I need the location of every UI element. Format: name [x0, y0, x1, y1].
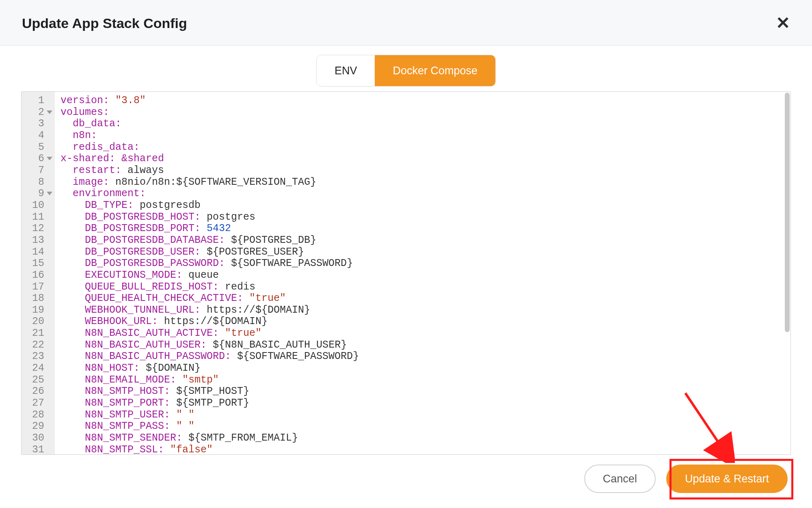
- update-restart-button[interactable]: Update & Restart: [666, 465, 788, 493]
- fold-marker-icon[interactable]: [47, 110, 52, 114]
- code-line[interactable]: N8N_SMTP_SSL: "false": [60, 444, 790, 454]
- gutter-line: 28: [22, 409, 50, 421]
- code-line[interactable]: N8N_BASIC_AUTH_ACTIVE: "true": [60, 328, 790, 339]
- code-line[interactable]: n8n:: [60, 130, 790, 142]
- code-line[interactable]: volumes:: [60, 107, 790, 119]
- code-line[interactable]: redis_data:: [60, 142, 790, 153]
- gutter-line: 12: [22, 223, 50, 235]
- code-line[interactable]: N8N_SMTP_SENDER: ${SMTP_FROM_EMAIL}: [60, 432, 790, 444]
- code-line[interactable]: x-shared: &shared: [60, 153, 790, 165]
- code-line[interactable]: WEBHOOK_URL: https://${DOMAIN}: [60, 316, 790, 328]
- code-line[interactable]: N8N_SMTP_PORT: ${SMTP_PORT}: [60, 398, 790, 409]
- gutter-line: 15: [22, 258, 50, 270]
- gutter-line: 4: [22, 130, 50, 142]
- code-line[interactable]: DB_POSTGRESDB_HOST: postgres: [60, 212, 790, 223]
- gutter-line: 21: [22, 328, 50, 339]
- code-line[interactable]: restart: always: [60, 165, 790, 177]
- tabs-container: ENV Docker Compose: [0, 46, 812, 91]
- code-line[interactable]: WEBHOOK_TUNNEL_URL: https://${DOMAIN}: [60, 305, 790, 316]
- code-line[interactable]: N8N_SMTP_HOST: ${SMTP_HOST}: [60, 386, 790, 398]
- modal-title: Update App Stack Config: [22, 15, 187, 31]
- gutter-line: 6: [22, 153, 50, 165]
- gutter-line: 23: [22, 351, 50, 363]
- gutter-line: 18: [22, 293, 50, 305]
- code-line[interactable]: DB_POSTGRESDB_PORT: 5432: [60, 223, 790, 235]
- code-line[interactable]: N8N_BASIC_AUTH_PASSWORD: ${SOFTWARE_PASS…: [60, 351, 790, 363]
- gutter-line: 24: [22, 363, 50, 374]
- code-line[interactable]: N8N_SMTP_PASS: " ": [60, 421, 790, 432]
- gutter-line: 10: [22, 200, 50, 212]
- code-line[interactable]: EXECUTIONS_MODE: queue: [60, 270, 790, 281]
- gutter-line: 27: [22, 398, 50, 409]
- code-line[interactable]: N8N_EMAIL_MODE: "smtp": [60, 374, 790, 386]
- gutter-line: 22: [22, 339, 50, 351]
- code-line[interactable]: DB_POSTGRESDB_DATABASE: ${POSTGRES_DB}: [60, 235, 790, 246]
- editor-gutter: 1234567891011121314151617181920212223242…: [22, 92, 55, 454]
- tabs: ENV Docker Compose: [316, 55, 496, 86]
- gutter-line: 29: [22, 421, 50, 432]
- fold-marker-icon[interactable]: [47, 157, 52, 160]
- code-line[interactable]: N8N_HOST: ${DOMAIN}: [60, 363, 790, 374]
- gutter-line: 7: [22, 165, 50, 177]
- code-line[interactable]: QUEUE_BULL_REDIS_HOST: redis: [60, 281, 790, 293]
- modal-header: Update App Stack Config ✕: [0, 0, 812, 46]
- gutter-line: 20: [22, 316, 50, 328]
- code-line[interactable]: N8N_SMTP_USER: " ": [60, 409, 790, 421]
- gutter-line: 8: [22, 177, 50, 188]
- gutter-line: 14: [22, 246, 50, 258]
- cancel-button[interactable]: Cancel: [584, 465, 656, 493]
- gutter-line: 2: [22, 107, 50, 119]
- fold-marker-icon[interactable]: [47, 192, 52, 195]
- gutter-line: 1: [22, 95, 50, 107]
- modal-footer: Cancel Update & Restart: [0, 455, 812, 493]
- tab-env[interactable]: ENV: [317, 55, 375, 86]
- gutter-line: 30: [22, 432, 50, 444]
- code-editor[interactable]: 1234567891011121314151617181920212223242…: [21, 91, 791, 455]
- code-line[interactable]: db_data:: [60, 118, 790, 130]
- code-line[interactable]: N8N_BASIC_AUTH_USER: ${N8N_BASIC_AUTH_US…: [60, 339, 790, 351]
- editor-scrollbar[interactable]: [785, 93, 790, 332]
- gutter-line: 17: [22, 281, 50, 293]
- code-line[interactable]: DB_TYPE: postgresdb: [60, 200, 790, 212]
- gutter-line: 16: [22, 270, 50, 281]
- code-line[interactable]: DB_POSTGRESDB_USER: ${POSTGRES_USER}: [60, 246, 790, 258]
- code-line[interactable]: DB_POSTGRESDB_PASSWORD: ${SOFTWARE_PASSW…: [60, 258, 790, 270]
- gutter-line: 3: [22, 118, 50, 130]
- editor-code[interactable]: version: "3.8"volumes: db_data: n8n: red…: [55, 92, 790, 454]
- code-line[interactable]: QUEUE_HEALTH_CHECK_ACTIVE: "true": [60, 293, 790, 305]
- code-line[interactable]: version: "3.8": [60, 95, 790, 107]
- gutter-line: 13: [22, 235, 50, 246]
- gutter-line: 26: [22, 386, 50, 398]
- tab-docker-compose[interactable]: Docker Compose: [375, 55, 495, 86]
- gutter-line: 31: [22, 444, 50, 454]
- code-line[interactable]: image: n8nio/n8n:${SOFTWARE_VERSION_TAG}: [60, 177, 790, 188]
- gutter-line: 19: [22, 305, 50, 316]
- gutter-line: 25: [22, 374, 50, 386]
- gutter-line: 11: [22, 212, 50, 223]
- gutter-line: 9: [22, 188, 50, 200]
- close-icon[interactable]: ✕: [776, 15, 790, 32]
- gutter-line: 5: [22, 142, 50, 153]
- code-line[interactable]: environment:: [60, 188, 790, 200]
